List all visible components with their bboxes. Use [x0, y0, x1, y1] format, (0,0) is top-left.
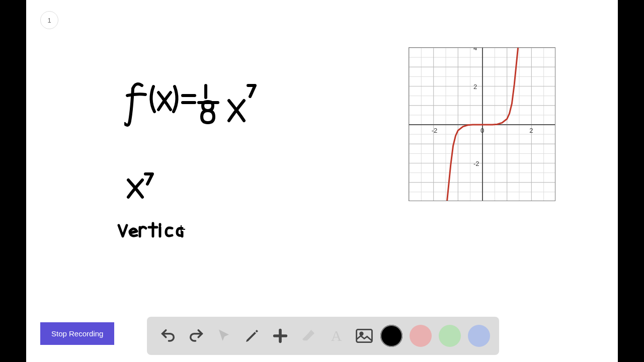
stop-recording-label: Stop Recording [51, 329, 103, 338]
text-tool-button[interactable]: A [325, 324, 349, 348]
svg-text:4: 4 [473, 48, 477, 52]
svg-text:2: 2 [529, 127, 533, 134]
pen-tool-button[interactable] [240, 324, 264, 348]
svg-rect-54 [357, 329, 372, 342]
plus-icon [272, 327, 289, 344]
color-swatch-green[interactable] [439, 325, 461, 347]
whiteboard-stage: 1 [26, 0, 618, 362]
image-tool-button[interactable] [352, 324, 376, 348]
add-tool-button[interactable] [268, 324, 292, 348]
svg-text:-2: -2 [473, 160, 479, 167]
redo-icon [188, 327, 205, 344]
pen-icon [244, 328, 260, 344]
eraser-tool-button[interactable] [296, 324, 320, 348]
drawing-canvas[interactable]: -202-224 [26, 0, 618, 362]
handwriting-word [117, 221, 197, 241]
handwriting-equation-2 [124, 171, 165, 201]
text-icon: A [331, 327, 342, 344]
function-graph: -202-224 [409, 47, 555, 201]
handwriting-equation-1 [124, 75, 265, 141]
svg-text:0: 0 [480, 127, 484, 134]
color-swatch-black[interactable] [380, 325, 403, 347]
undo-button[interactable] [156, 324, 180, 348]
svg-text:-2: -2 [432, 127, 438, 134]
drawing-toolbar: A [147, 317, 499, 355]
pointer-tool-button[interactable] [212, 324, 236, 348]
redo-button[interactable] [184, 324, 208, 348]
pointer-icon [216, 328, 231, 343]
stop-recording-button[interactable]: Stop Recording [40, 322, 114, 345]
image-icon [356, 329, 373, 343]
svg-text:2: 2 [473, 83, 477, 90]
undo-icon [159, 327, 177, 344]
color-swatch-red[interactable] [410, 325, 432, 347]
color-swatch-blue[interactable] [468, 325, 490, 347]
svg-point-55 [360, 332, 363, 335]
eraser-icon [300, 328, 316, 344]
